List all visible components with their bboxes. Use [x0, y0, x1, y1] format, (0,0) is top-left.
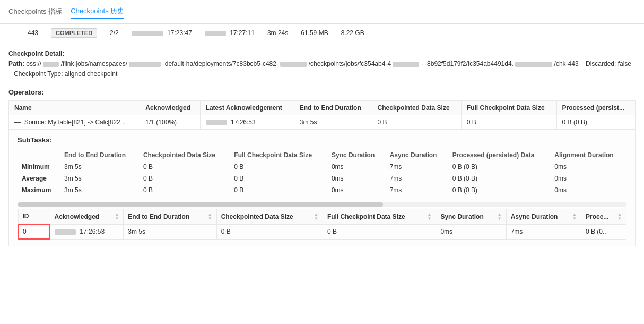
summary-id: 443 [28, 29, 38, 37]
path-suffix: /flink-jobs/namespaces/ [61, 60, 127, 67]
data-header-row: ID Acknowledged ▲▼ End to End Duration ▲… [18, 209, 626, 224]
label-maximum: Maximum [18, 184, 60, 196]
th-data-checkpointed[interactable]: Checkpointed Data Size ▲▼ [216, 209, 323, 224]
stat-minimum: Minimum 3m 5s 0 B 0 B 0ms 7ms 0 B (0 B) … [18, 161, 626, 173]
gray-bar-2 [205, 31, 226, 36]
path-gray-2 [129, 62, 161, 67]
path-gray-1 [43, 62, 59, 67]
summary-duration: 3m 24s [267, 29, 288, 37]
th-data-processed[interactable]: Proce... ▲▼ [581, 209, 626, 224]
th-acknowledged: Acknowledged [140, 100, 200, 115]
min-sync: 0ms [327, 161, 386, 173]
sort-arrows-sync: ▲▼ [498, 212, 502, 221]
sort-arrows-full: ▲▼ [427, 212, 431, 221]
checkpoint-detail: Checkpoint Detail: Path: oss:// /flink-j… [8, 49, 636, 80]
sort-arrows-processed: ▲▼ [617, 212, 622, 221]
data-acknowledged: 17:26:53 [50, 224, 124, 239]
label-minimum: Minimum [18, 161, 60, 173]
main-content: Checkpoint Detail: Path: oss:// /flink-j… [0, 42, 644, 253]
data-processed: 0 B (0... [581, 224, 626, 239]
th-data-full[interactable]: Full Checkpoint Data Size ▲▼ [323, 209, 436, 224]
path-mid2: /checkpoints/jobs/fc354ab4-4 [309, 60, 391, 67]
operators-header-row: Name Acknowledged Latest Acknowledgement… [9, 100, 636, 115]
ack-gray [206, 120, 227, 125]
tab-metrics[interactable]: Checkpoints 指标 [8, 5, 62, 19]
operators-table: Name Acknowledged Latest Acknowledgement… [8, 100, 636, 130]
th-stat-full: Full Checkpoint Data Size [230, 149, 327, 161]
th-data-id[interactable]: ID [18, 209, 50, 224]
path-mid1: -default-ha/deployments/7c83bcb5-c482- [163, 60, 279, 67]
scrollbar-thumb[interactable] [18, 202, 383, 207]
data-sync: 0ms [436, 224, 506, 239]
tab-history[interactable]: Checkpoints 历史 [71, 4, 124, 19]
min-async: 7ms [386, 161, 448, 173]
subtasks-data-table: ID Acknowledged ▲▼ End to End Duration ▲… [18, 209, 626, 240]
avg-processed: 0 B (0 B) [448, 173, 551, 184]
max-e2e: 3m 5s [60, 184, 139, 196]
operators-row: — Source: MyTable[821] -> Calc[822... 1/… [9, 115, 636, 129]
horizontal-scrollbar[interactable] [18, 202, 626, 207]
th-checkpointed: Checkpointed Data Size [372, 100, 461, 115]
max-full: 0 B [230, 184, 327, 196]
subtasks-stats-header: End to End Duration Checkpointed Data Si… [18, 149, 626, 161]
min-full: 0 B [230, 161, 327, 173]
subtasks-stats-table: End to End Duration Checkpointed Data Si… [18, 149, 626, 196]
summary-row: — 443 COMPLETED 2/2 17:23:47 17:27:11 3m… [0, 24, 644, 42]
row-full-checkpoint: 0 B [461, 115, 556, 129]
row-latest-ack: 17:26:53 [200, 115, 294, 129]
avg-alignment: 0ms [550, 173, 626, 184]
detail-type: Checkpoint Type: aligned checkpoint [14, 70, 117, 78]
th-latest-ack: Latest Acknowledgement [200, 100, 294, 115]
max-processed: 0 B (0 B) [448, 184, 551, 196]
path-mid4: /chk-443 [554, 60, 579, 67]
summary-fraction: 2/2 [110, 29, 119, 37]
sort-arrows-checkpointed: ▲▼ [314, 212, 318, 221]
th-stat-checkpointed: Checkpointed Data Size [139, 149, 230, 161]
th-data-sync[interactable]: Sync Duration ▲▼ [436, 209, 506, 224]
data-id: 0 [18, 224, 50, 239]
max-checkpointed: 0 B [139, 184, 230, 196]
sort-arrows-async: ▲▼ [572, 212, 577, 221]
row-collapse[interactable]: — Source: MyTable[821] -> Calc[822... [9, 115, 140, 129]
path-mid3: -8b92f5d179f2/fc354ab4491d4. [425, 60, 514, 67]
data-row-0: 0 17:26:53 3m 5s 0 B 0 B 0ms 7ms 0 B (0.… [18, 224, 626, 239]
top-nav: Checkpoints 指标 Checkpoints 历史 [0, 0, 644, 24]
th-stat-label [18, 149, 60, 161]
th-e2e: End to End Duration [294, 100, 372, 115]
summary-time2: 17:27:11 [230, 29, 255, 37]
th-data-e2e[interactable]: End to End Duration ▲▼ [124, 209, 216, 224]
summary-dash: — [8, 29, 15, 37]
path-gray-4 [393, 62, 419, 67]
row-acknowledged: 1/1 (100%) [140, 115, 200, 129]
max-sync: 0ms [327, 184, 386, 196]
summary-time1: 17:23:47 [167, 29, 192, 37]
operators-section: Operators: Name Acknowledged Latest Ackn… [8, 88, 636, 130]
path-gray-3 [280, 62, 307, 67]
row-processed: 0 B (0 B) [556, 115, 635, 129]
detail-discarded: Discarded: false [586, 60, 631, 67]
stat-average: Average 3m 5s 0 B 0 B 0ms 7ms 0 B (0 B) … [18, 173, 626, 184]
max-async: 7ms [386, 184, 448, 196]
avg-sync: 0ms [327, 173, 386, 184]
data-full: 0 B [323, 224, 436, 239]
th-stat-alignment: Alignment Duration [550, 149, 626, 161]
avg-e2e: 3m 5s [60, 173, 139, 184]
row-checkpointed: 0 B [372, 115, 461, 129]
avg-full: 0 B [230, 173, 327, 184]
summary-size1: 61.59 MB [301, 29, 328, 37]
th-data-async[interactable]: Async Duration ▲▼ [506, 209, 581, 224]
summary-size2: 8.22 GB [341, 29, 364, 37]
path-prefix: oss:// [26, 60, 41, 67]
min-processed: 0 B (0 B) [448, 161, 551, 173]
operators-title: Operators: [8, 88, 636, 96]
th-full-checkpoint: Full Checkpoint Data Size [461, 100, 556, 115]
stat-maximum: Maximum 3m 5s 0 B 0 B 0ms 7ms 0 B (0 B) … [18, 184, 626, 196]
min-e2e: 3m 5s [60, 161, 139, 173]
data-checkpointed: 0 B [216, 224, 323, 239]
min-alignment: 0ms [550, 161, 626, 173]
avg-checkpointed: 0 B [139, 173, 230, 184]
max-alignment: 0ms [550, 184, 626, 196]
path-gray-5 [515, 62, 552, 67]
th-data-acknowledged[interactable]: Acknowledged ▲▼ [50, 209, 124, 224]
data-async: 7ms [506, 224, 581, 239]
